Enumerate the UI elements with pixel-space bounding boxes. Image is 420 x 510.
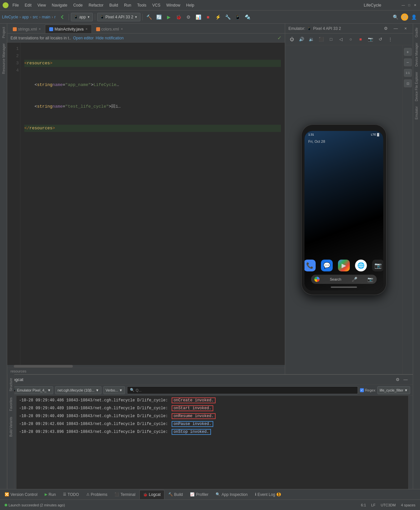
device-dropdown[interactable]: 📱 Pixel 4 API 33 2 ▼ [97, 13, 140, 21]
minimize-button[interactable]: — [401, 3, 406, 8]
tab-colors-xml[interactable]: colors.xml × [92, 25, 127, 33]
emulator-rotate-button[interactable]: ⬛ [317, 35, 325, 43]
search-everywhere-button[interactable]: 🔍 [391, 13, 400, 21]
build-tab[interactable]: 🔨 Build [165, 490, 186, 499]
indent-status[interactable]: 4 spaces [399, 503, 417, 507]
messages-app-icon[interactable]: 💬 [321, 260, 333, 271]
device-manager-tab[interactable]: Device Manager [414, 40, 419, 69]
version-control-tab[interactable]: 🔀 Version Control [1, 490, 41, 499]
colors-xml-close-button[interactable]: × [121, 27, 123, 31]
mainactivity-close-button[interactable]: × [86, 27, 88, 31]
app-inspection-tab[interactable]: 🔍 App Inspection [212, 490, 251, 499]
menu-run[interactable]: Run [121, 2, 134, 8]
emulator-screenshot-button[interactable]: □ [327, 35, 335, 43]
zoom-ratio-button[interactable]: 1:1 [404, 69, 412, 77]
run-button[interactable]: ▶ [164, 13, 173, 21]
tab-strings-xml[interactable]: strings.xml × [9, 25, 45, 33]
logcat-package-filter[interactable]: net.cgh.lifecycle (10β... ▼ [55, 386, 101, 394]
navigate-back-button[interactable] [58, 13, 67, 21]
emulator-volume-up-button[interactable]: 🔊 [298, 35, 305, 43]
play-store-icon[interactable]: ▶ [338, 260, 350, 271]
menu-file[interactable]: File [10, 2, 21, 8]
flutter-button[interactable]: 🔧 [223, 13, 232, 21]
emulator-stop-button[interactable]: ■ [357, 35, 365, 43]
app-module-dropdown[interactable]: 📱 app ▼ [71, 13, 93, 21]
emulator-camera-button[interactable]: 📷 [367, 35, 374, 43]
logcat-settings-button[interactable]: ⚙ [394, 376, 402, 384]
close-button[interactable]: ✕ [413, 3, 417, 8]
menu-vcs[interactable]: VCS [150, 2, 163, 8]
account-button[interactable]: 👤 [410, 13, 418, 21]
scrollbar-thumb[interactable] [14, 365, 73, 368]
gradle-tab[interactable]: Gradle [414, 25, 419, 40]
problems-tab[interactable]: ⚠ Problems [83, 490, 111, 499]
breadcrumb-main[interactable]: main [42, 15, 50, 19]
chrome-icon[interactable]: 🌐 [355, 260, 367, 271]
logcat-named-filter[interactable]: life_cycle_filter ▼ [377, 386, 410, 394]
lens-icon[interactable]: 📷 [368, 277, 373, 282]
emulator-settings-button[interactable]: ⚙ [382, 25, 390, 32]
code-editor[interactable]: 1 2 3 4 <resources> <string name="app_na… [7, 43, 285, 365]
run-tab[interactable]: ▶ Run [41, 490, 59, 499]
profiler-tab[interactable]: 📈 Profiler [187, 490, 212, 499]
sync-button[interactable]: 🔄 [155, 13, 163, 21]
emulator-tab-right[interactable]: Emulator [414, 104, 419, 122]
logcat-regex-checkbox[interactable]: ✓ Regex [360, 388, 375, 392]
menu-help[interactable]: Help [183, 2, 197, 8]
emulator-home-button[interactable]: ○ [347, 35, 355, 43]
logcat-level-filter[interactable]: Verbo... ▼ [103, 386, 125, 394]
stop-button[interactable]: ■ [204, 13, 212, 21]
line-col-status[interactable]: 6:1 [359, 503, 368, 507]
maximize-button[interactable]: □ [407, 3, 411, 8]
line-feed-status[interactable]: LF [369, 503, 377, 507]
profile-button[interactable]: 📊 [194, 13, 202, 21]
terminal-tab[interactable]: ⬛ Terminal [111, 490, 138, 499]
emulator-refresh-button[interactable]: ↺ [376, 35, 384, 43]
regex-checkbox-box[interactable]: ✓ [360, 388, 364, 392]
make-project-button[interactable]: 🔨 [145, 13, 153, 21]
strings-xml-close-button[interactable]: × [39, 27, 41, 31]
breadcrumb-r[interactable]: r [54, 15, 55, 19]
coverage-button[interactable]: ⚡ [214, 13, 222, 21]
settings-button[interactable]: ⚙ [401, 13, 408, 21]
emulator-more-button[interactable]: ⋮ [386, 35, 394, 43]
menu-navigate[interactable]: Navigate [49, 2, 70, 8]
menu-window[interactable]: Window [164, 2, 183, 8]
menu-tools[interactable]: Tools [135, 2, 149, 8]
zoom-out-button[interactable]: − [404, 58, 412, 66]
google-search-bar[interactable]: Search 🎤 📷 [311, 275, 377, 284]
structure-tab[interactable]: Structure [8, 375, 14, 394]
emulator-minimize-button[interactable]: — [392, 25, 400, 32]
logcat-scrollbar[interactable] [408, 396, 413, 489]
zoom-in-button[interactable]: + [404, 48, 412, 56]
camera-app-icon[interactable]: 📷 [372, 260, 383, 271]
emulator-close-button[interactable]: × [402, 25, 410, 32]
favorites-tab[interactable]: Favorites [8, 395, 14, 414]
emulator-back-button[interactable]: ◁ [337, 35, 345, 43]
phone-screen[interactable]: 1:31 LTE ▓ Fri, Oct 28 [304, 131, 383, 290]
tab-mainactivity-java[interactable]: MainActivity.java × [45, 25, 92, 33]
debug-button[interactable]: 🐞 [174, 13, 183, 21]
logcat-search-input[interactable]: 🔍 Q... [127, 386, 358, 394]
menu-build[interactable]: Build [107, 2, 121, 8]
horizontal-scrollbar[interactable] [7, 365, 285, 368]
microphone-icon[interactable]: 🎤 [352, 277, 357, 282]
sdk-button[interactable]: 🔩 [243, 13, 252, 21]
encoding-status[interactable]: UTC3DM [379, 503, 398, 507]
project-panel-tab[interactable]: Project [1, 24, 7, 41]
build-variants-tab[interactable]: Build Variants [8, 414, 14, 439]
resource-manager-tab[interactable]: Resource Manager [1, 41, 7, 77]
menu-view[interactable]: View [35, 2, 49, 8]
fit-screen-button[interactable]: ⊡ [404, 79, 412, 87]
menu-edit[interactable]: Edit [22, 2, 34, 8]
emulator-power-button[interactable]: ⏻ [288, 35, 296, 43]
logcat-device-filter[interactable]: 📱 Emulator Pixel_4_ ▼ [10, 386, 53, 394]
logcat-tab[interactable]: 🐞 Logcat [139, 490, 164, 499]
attach-debugger-button[interactable]: ⚙ [184, 13, 193, 21]
event-log-tab[interactable]: ℹ Event Log 1 [252, 490, 284, 499]
menu-refactor[interactable]: Refactor [86, 2, 106, 8]
todo-tab[interactable]: ☰ TODO [60, 490, 82, 499]
phone-app-icon[interactable]: 📞 [304, 260, 316, 271]
emulator-volume-down-button[interactable]: 🔉 [307, 35, 315, 43]
open-editor-link[interactable]: Open editor [73, 36, 94, 40]
